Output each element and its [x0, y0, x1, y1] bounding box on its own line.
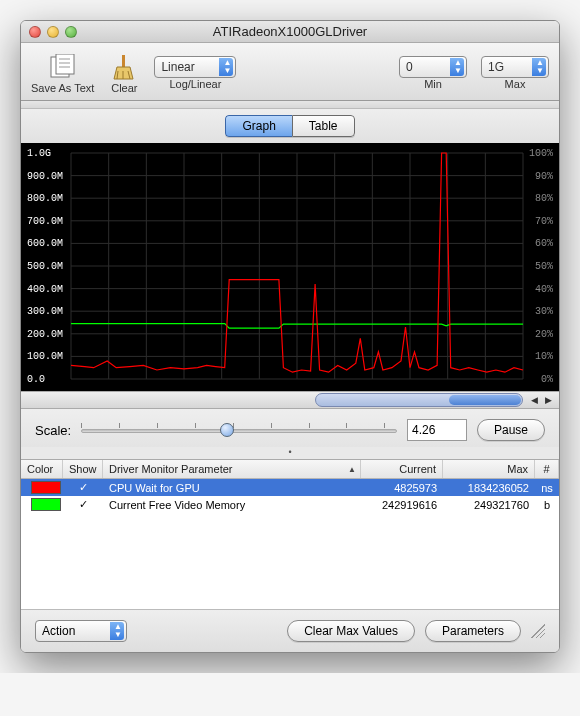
updown-icon: ▲▼: [223, 59, 231, 75]
clear-button[interactable]: Clear: [108, 52, 140, 94]
loglinear-select[interactable]: Linear ▲▼: [154, 56, 236, 78]
unit-value: ns: [535, 481, 559, 495]
save-text-icon: [47, 52, 79, 82]
show-checkbox[interactable]: ✓: [63, 497, 103, 512]
updown-icon: ▲▼: [454, 59, 462, 75]
svg-text:60%: 60%: [535, 238, 553, 249]
loglinear-select-wrap: Linear ▲▼ Log/Linear: [154, 56, 236, 90]
scale-input[interactable]: [407, 419, 467, 441]
svg-text:90%: 90%: [535, 171, 553, 182]
table-row[interactable]: ✓CPU Wait for GPU48259731834236052ns: [21, 479, 559, 496]
min-select[interactable]: 0 ▲▼: [399, 56, 467, 78]
save-as-text-button[interactable]: Save As Text: [31, 52, 94, 94]
svg-text:700.0M: 700.0M: [27, 216, 63, 227]
action-label: Action: [42, 624, 75, 638]
svg-text:400.0M: 400.0M: [27, 284, 63, 295]
svg-text:100.0M: 100.0M: [27, 351, 63, 362]
svg-rect-1: [56, 54, 74, 74]
svg-text:20%: 20%: [535, 329, 553, 340]
svg-text:300.0M: 300.0M: [27, 306, 63, 317]
show-checkbox[interactable]: ✓: [63, 480, 103, 495]
loglinear-label: Log/Linear: [169, 78, 221, 90]
action-select[interactable]: Action ▲▼: [35, 620, 127, 642]
hscroll-thumb[interactable]: [449, 395, 521, 405]
svg-text:200.0M: 200.0M: [27, 329, 63, 340]
table-header: Color Show Driver Monitor Parameter Curr…: [21, 460, 559, 479]
current-value: 4825973: [361, 481, 443, 495]
graph-canvas: 1.0G100%900.0M90%800.0M80%700.0M70%600.0…: [25, 147, 555, 387]
max-select-wrap: 1G ▲▼ Max: [481, 56, 549, 90]
svg-text:1.0G: 1.0G: [27, 148, 51, 159]
scale-label: Scale:: [35, 423, 71, 438]
col-color[interactable]: Color: [21, 460, 63, 478]
clear-max-button[interactable]: Clear Max Values: [287, 620, 415, 642]
clear-label: Clear: [111, 82, 137, 94]
view-tabs: Graph Table: [21, 109, 559, 143]
svg-text:600.0M: 600.0M: [27, 238, 63, 249]
max-value: 249321760: [443, 498, 535, 512]
titlebar[interactable]: ATIRadeonX1000GLDriver: [21, 21, 559, 43]
parameters-button[interactable]: Parameters: [425, 620, 521, 642]
svg-text:800.0M: 800.0M: [27, 193, 63, 204]
svg-text:0%: 0%: [541, 374, 553, 385]
svg-text:0.0: 0.0: [27, 374, 45, 385]
current-value: 242919616: [361, 498, 443, 512]
unit-value: b: [535, 498, 559, 512]
table-body: ✓CPU Wait for GPU48259731834236052ns✓Cur…: [21, 479, 559, 513]
scroll-left-icon[interactable]: ◀: [527, 393, 541, 407]
svg-text:900.0M: 900.0M: [27, 171, 63, 182]
color-swatch[interactable]: [31, 481, 61, 494]
toolbar-divider: [21, 101, 559, 109]
parameter-table: Color Show Driver Monitor Parameter Curr…: [21, 459, 559, 609]
footer: Action ▲▼ Clear Max Values Parameters: [21, 609, 559, 652]
svg-text:10%: 10%: [535, 351, 553, 362]
min-label: Min: [424, 78, 442, 90]
col-max[interactable]: Max: [443, 460, 535, 478]
min-select-wrap: 0 ▲▼ Min: [399, 56, 467, 90]
updown-icon: ▲▼: [114, 623, 122, 639]
col-show[interactable]: Show: [63, 460, 103, 478]
broom-icon: [108, 52, 140, 82]
graph-scrollbar: ◀ ▶: [21, 391, 559, 409]
graph-area: 1.0G100%900.0M90%800.0M80%700.0M70%600.0…: [21, 143, 559, 391]
slider-thumb[interactable]: [220, 423, 234, 437]
window-title: ATIRadeonX1000GLDriver: [21, 24, 559, 39]
updown-icon: ▲▼: [536, 59, 544, 75]
svg-text:70%: 70%: [535, 216, 553, 227]
tab-table[interactable]: Table: [292, 115, 355, 137]
table-row[interactable]: ✓Current Free Video Memory24291961624932…: [21, 496, 559, 513]
tab-graph[interactable]: Graph: [225, 115, 291, 137]
app-window: ATIRadeonX1000GLDriver Save As Text Clea…: [20, 20, 560, 653]
svg-text:40%: 40%: [535, 284, 553, 295]
scroll-right-icon[interactable]: ▶: [541, 393, 555, 407]
scale-slider[interactable]: [81, 421, 397, 439]
scale-row: Scale: Pause: [21, 409, 559, 447]
hscroll-track[interactable]: [315, 393, 523, 407]
svg-text:80%: 80%: [535, 193, 553, 204]
save-label: Save As Text: [31, 82, 94, 94]
pause-button[interactable]: Pause: [477, 419, 545, 441]
param-name: CPU Wait for GPU: [103, 481, 361, 495]
color-swatch[interactable]: [31, 498, 61, 511]
param-name: Current Free Video Memory: [103, 498, 361, 512]
max-value: 1G: [488, 60, 504, 74]
max-select[interactable]: 1G ▲▼: [481, 56, 549, 78]
svg-text:50%: 50%: [535, 261, 553, 272]
grip-icon[interactable]: •: [21, 447, 559, 459]
max-label: Max: [505, 78, 526, 90]
col-parameter[interactable]: Driver Monitor Parameter: [103, 460, 361, 478]
svg-text:100%: 100%: [529, 148, 553, 159]
col-current[interactable]: Current: [361, 460, 443, 478]
min-value: 0: [406, 60, 413, 74]
svg-text:30%: 30%: [535, 306, 553, 317]
svg-rect-5: [122, 55, 125, 67]
toolbar: Save As Text Clear Linear ▲▼ Log/Linear …: [21, 43, 559, 101]
svg-text:500.0M: 500.0M: [27, 261, 63, 272]
max-value: 1834236052: [443, 481, 535, 495]
col-unit[interactable]: #: [535, 460, 559, 478]
loglinear-value: Linear: [161, 60, 194, 74]
resize-handle-icon[interactable]: [531, 624, 545, 638]
